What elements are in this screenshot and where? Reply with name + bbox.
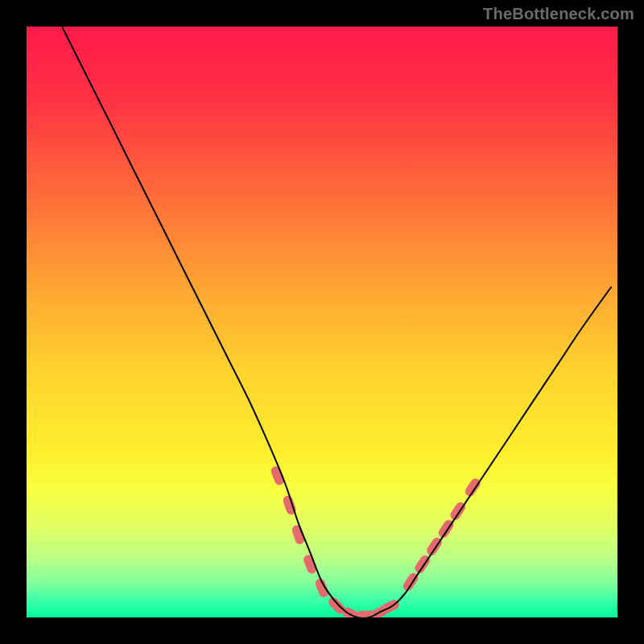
marker-group	[270, 464, 482, 617]
watermark-text: TheBottleneck.com	[483, 5, 634, 23]
chart-stage: TheBottleneck.com	[0, 0, 644, 644]
plot-area	[27, 27, 617, 617]
marker-pill	[464, 477, 482, 498]
marker-pill	[270, 464, 286, 486]
curve-layer	[27, 27, 617, 617]
bottleneck-curve	[62, 27, 612, 617]
marker-pill	[302, 554, 318, 576]
